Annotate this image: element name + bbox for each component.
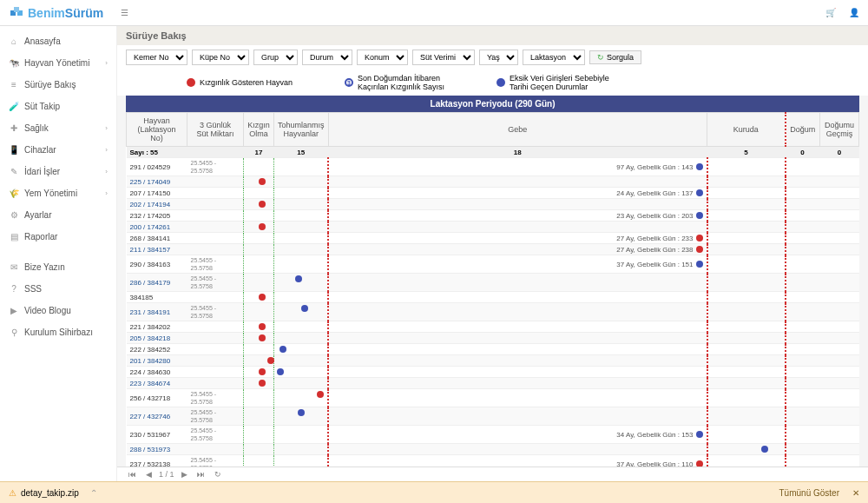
kuruda-marker[interactable] bbox=[761, 446, 768, 453]
table-row: 290 / 384163 25.5455 - 25.5758 37 Ay, Ge… bbox=[127, 255, 859, 274]
animal-id[interactable]: 286 / 384179 bbox=[130, 279, 171, 287]
sidebar-item-0[interactable]: ⌂Anasayfa bbox=[0, 30, 116, 52]
filter-0[interactable]: Kemer No bbox=[126, 50, 187, 65]
animal-id[interactable]: 290 / 384163 bbox=[130, 261, 171, 268]
animal-id[interactable]: 202 / 174194 bbox=[130, 201, 171, 208]
col-sut[interactable]: 3 Günlük Süt Miktarı› bbox=[187, 113, 244, 147]
tohum-marker[interactable] bbox=[317, 391, 324, 398]
sidebar-sec-item-1[interactable]: ?SSS bbox=[0, 278, 116, 300]
animal-id[interactable]: 288 / 531973 bbox=[130, 446, 171, 453]
pager-refresh[interactable]: ↻ bbox=[212, 470, 224, 479]
col-gebe[interactable]: Gebe bbox=[328, 113, 707, 147]
logo[interactable]: BenimSürüm bbox=[9, 5, 103, 21]
animal-id[interactable]: 205 / 384218 bbox=[130, 334, 171, 342]
col-tohum[interactable]: Tohumlanmış Hayvanlar› bbox=[274, 113, 329, 147]
animal-id[interactable]: 256 / 432718 bbox=[130, 394, 171, 402]
sut-val: 25.5455 - 25.5758 bbox=[191, 275, 217, 289]
query-button[interactable]: ↻ Sorgula bbox=[589, 50, 641, 64]
download-item[interactable]: ⚠ detay_takip.zip ⌃ bbox=[9, 488, 97, 498]
tohum-marker[interactable] bbox=[301, 305, 308, 312]
menu-toggle-icon[interactable]: ☰ bbox=[121, 8, 128, 17]
pager-last[interactable]: ⏭ bbox=[194, 470, 207, 479]
page-title: Sürüye Bakış bbox=[117, 26, 868, 45]
animal-id[interactable]: 230 / 531967 bbox=[130, 431, 171, 439]
tohum-marker[interactable] bbox=[295, 275, 302, 282]
count-gecmis: 0 bbox=[820, 147, 859, 158]
animal-id[interactable]: 231 / 384191 bbox=[130, 308, 171, 316]
sidebar-sec-item-2[interactable]: ▶Video Blogu bbox=[0, 300, 116, 321]
sidebar-sec-item-3[interactable]: ⚲Kurulum Sihirbazı bbox=[0, 321, 116, 343]
col-hayvan[interactable]: Hayvan (Laktasyon No) bbox=[127, 113, 187, 147]
table-row: 207 / 174150 24 Ay, Gebelik Gün : 137 bbox=[127, 188, 859, 199]
count-sayi: Sayı : 55 bbox=[127, 147, 187, 158]
sidebar-item-4[interactable]: ✚Sağlık› bbox=[0, 117, 116, 139]
animal-id[interactable]: 227 / 432746 bbox=[130, 413, 171, 420]
animal-id[interactable]: 384185 bbox=[130, 294, 154, 301]
chevron-up-icon[interactable]: ⌃ bbox=[90, 488, 97, 498]
animal-id[interactable]: 211 / 384157 bbox=[130, 246, 171, 254]
animal-id[interactable]: 222 / 384252 bbox=[130, 346, 171, 354]
animal-id[interactable]: 237 / 532138 bbox=[130, 460, 171, 467]
sidebar-item-3[interactable]: 🧪Süt Takip bbox=[0, 96, 116, 117]
kizgin-marker[interactable] bbox=[259, 380, 266, 387]
nav-icon: ✉ bbox=[9, 262, 19, 272]
sidebar-item-7[interactable]: 🌾Yem Yönetimi› bbox=[0, 182, 116, 204]
col-kizgin[interactable]: Kızgın Olma› bbox=[244, 113, 274, 147]
close-icon[interactable]: ✕ bbox=[852, 488, 859, 498]
filter-6[interactable]: Yaş bbox=[479, 50, 518, 65]
show-all-link[interactable]: Tümünü Göster bbox=[779, 488, 839, 498]
tohum-marker[interactable] bbox=[279, 346, 286, 353]
sidebar-item-2[interactable]: ≡Sürüye Bakış bbox=[0, 74, 116, 96]
pager-first[interactable]: ⏮ bbox=[126, 470, 139, 479]
sidebar-item-1[interactable]: 🐄Hayvan Yönetimi› bbox=[0, 52, 116, 74]
tohum-marker[interactable] bbox=[277, 368, 284, 375]
filter-2[interactable]: Grup bbox=[253, 50, 298, 65]
animal-id[interactable]: 232 / 174205 bbox=[130, 212, 171, 220]
kizgin-marker[interactable] bbox=[259, 178, 266, 185]
animal-id[interactable]: 207 / 174150 bbox=[130, 189, 171, 197]
count-gebe: 18 bbox=[328, 147, 707, 158]
col-kuruda[interactable]: Kuruda› bbox=[707, 113, 786, 147]
table-row: 201 / 384280 bbox=[127, 355, 859, 367]
cart-icon[interactable]: 🛒 bbox=[825, 8, 836, 17]
tohum-marker[interactable] bbox=[298, 409, 305, 416]
kizgin-marker[interactable] bbox=[259, 368, 266, 375]
gebe-label: 97 Ay, Gebelik Gün : 143 bbox=[616, 163, 702, 171]
animal-id[interactable]: 291 / 024529 bbox=[130, 163, 171, 171]
sidebar-sec-item-0[interactable]: ✉Bize Yazın bbox=[0, 256, 116, 278]
kizgin-marker[interactable] bbox=[259, 294, 266, 301]
animal-id[interactable]: 221 / 384202 bbox=[130, 323, 171, 331]
animal-id[interactable]: 268 / 384141 bbox=[130, 235, 171, 242]
nav-label: Cihazlar bbox=[24, 145, 56, 155]
col-gecmis[interactable]: Doğumu Geçmiş bbox=[820, 113, 859, 147]
col-dogum[interactable]: Doğum bbox=[786, 113, 820, 147]
filter-7[interactable]: Laktasyon bbox=[523, 50, 585, 65]
animal-id[interactable]: 223 / 384674 bbox=[130, 380, 171, 387]
gebe-label: 27 Ay, Gebelik Gün : 238 bbox=[616, 246, 702, 254]
sidebar-item-5[interactable]: 📱Cihazlar› bbox=[0, 139, 116, 161]
filter-1[interactable]: Küpe No bbox=[192, 50, 249, 65]
gebe-label: 37 Ay, Gebelik Gün : 151 bbox=[616, 261, 702, 268]
sidebar-item-6[interactable]: ✎İdari İşler› bbox=[0, 161, 116, 182]
animal-id[interactable]: 224 / 384630 bbox=[130, 368, 171, 376]
filter-3[interactable]: Durum bbox=[302, 50, 352, 65]
sidebar-item-9[interactable]: ▤Raporlar bbox=[0, 226, 116, 248]
filter-4[interactable]: Konum bbox=[357, 50, 408, 65]
kizgin-marker[interactable] bbox=[259, 323, 266, 330]
nav-label: Sürüye Bakış bbox=[24, 80, 76, 89]
pager-next[interactable]: ▶ bbox=[179, 470, 190, 479]
sidebar-item-8[interactable]: ⚙Ayarlar bbox=[0, 204, 116, 226]
animal-id[interactable]: 225 / 174049 bbox=[130, 178, 171, 186]
nav-icon: ⌂ bbox=[9, 36, 19, 46]
kizgin-marker[interactable] bbox=[259, 334, 266, 341]
user-icon[interactable]: 👤 bbox=[849, 8, 859, 17]
kizgin-marker[interactable] bbox=[259, 201, 266, 208]
animal-id[interactable]: 201 / 384280 bbox=[130, 357, 171, 365]
filter-bar: Kemer NoKüpe NoGrupDurumKonumSüt VerimiY… bbox=[117, 45, 868, 69]
nav-icon: ≡ bbox=[9, 80, 19, 89]
kizgin-marker[interactable] bbox=[259, 223, 266, 230]
animal-id[interactable]: 200 / 174261 bbox=[130, 223, 171, 231]
pager-prev[interactable]: ◀ bbox=[143, 470, 155, 479]
nav-icon: 🌾 bbox=[9, 189, 19, 198]
filter-5[interactable]: Süt Verimi bbox=[412, 50, 475, 65]
